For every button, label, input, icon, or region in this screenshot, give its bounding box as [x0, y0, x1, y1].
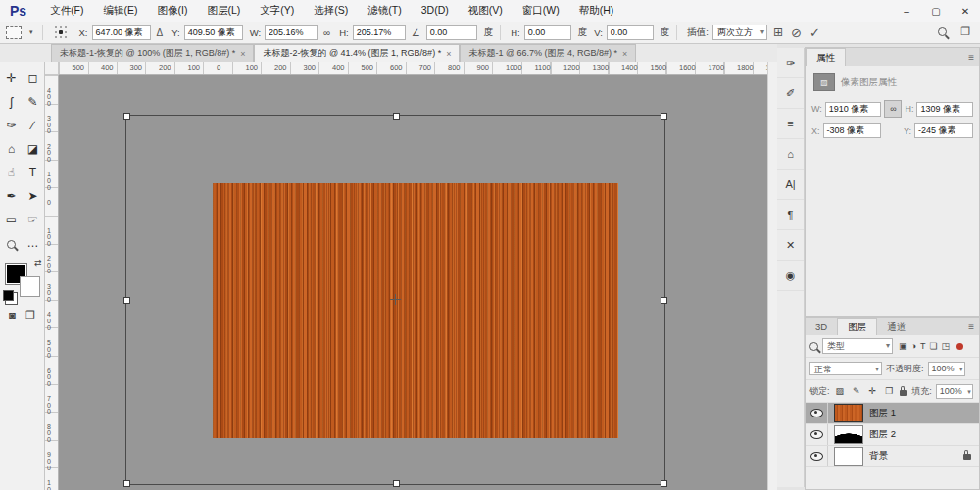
background-color-swatch[interactable]: [20, 276, 40, 297]
minimize-button[interactable]: –: [892, 0, 921, 22]
y-position-field[interactable]: 409.50 像素: [184, 25, 243, 40]
filter-shape-layers-icon[interactable]: ❏: [927, 341, 939, 351]
dodge-tool[interactable]: ☝: [1, 162, 23, 185]
layer-visibility-toggle[interactable]: [806, 403, 828, 423]
eyedropper-tool[interactable]: ✑: [1, 115, 23, 138]
ruler-corner[interactable]: [45, 62, 59, 75]
menubar-item[interactable]: 视图(V): [459, 4, 513, 18]
tab-3D[interactable]: 3D: [806, 318, 837, 335]
tab-图层[interactable]: 图层: [837, 318, 877, 335]
zoom-tool[interactable]: [1, 232, 23, 256]
filter-adjustment-layers-icon[interactable]: ◑: [909, 341, 918, 351]
cancel-transform-icon[interactable]: ⊘: [789, 25, 804, 40]
layer-thumbnail[interactable]: [834, 425, 863, 444]
default-colors-icon[interactable]: [3, 290, 14, 301]
transform-center-point[interactable]: [390, 294, 401, 305]
menubar-item[interactable]: 图层(L): [197, 4, 250, 18]
tab-close-icon[interactable]: ×: [622, 49, 627, 59]
filter-pixel-layers-icon[interactable]: ▣: [897, 341, 909, 351]
menubar-item[interactable]: 图像(I): [148, 4, 198, 18]
transform-handle[interactable]: [661, 297, 667, 304]
h-skew-field[interactable]: 0.00: [524, 25, 571, 40]
libraries-panel-icon[interactable]: ⌂: [777, 139, 804, 170]
menubar-item[interactable]: 滤镜(T): [358, 4, 411, 18]
brushes-panel-icon[interactable]: ✐: [777, 78, 804, 109]
menubar-item[interactable]: 文字(Y): [250, 4, 304, 18]
quick-mask-button[interactable]: ◙: [9, 309, 16, 321]
prop-height-field[interactable]: 1309 像素: [916, 102, 973, 117]
layer-row[interactable]: 图层 2: [806, 424, 979, 446]
vertical-ruler[interactable]: 4 0 03 0 02 0 01 0 001 0 02 0 03 0 04 0 …: [45, 75, 59, 490]
lock-artboard-icon[interactable]: ❐: [883, 386, 895, 396]
document-tab[interactable]: 未标题-1 @ 66.7% (图层 4, RGB/8#) *×: [460, 44, 636, 62]
workspace-switcher-icon[interactable]: ❐: [960, 25, 970, 38]
type-tool[interactable]: T: [23, 162, 44, 185]
tab-properties[interactable]: 属性: [806, 48, 846, 66]
creative-cloud-icon[interactable]: ◉: [777, 261, 804, 291]
quick-selection-tool[interactable]: ✎: [23, 91, 44, 115]
menubar-item[interactable]: 选择(S): [304, 4, 358, 18]
transform-handle[interactable]: [123, 297, 130, 304]
prop-x-field[interactable]: -308 像素: [823, 123, 882, 138]
properties-menu-icon[interactable]: ≡: [968, 52, 974, 63]
warp-mode-switch-icon[interactable]: ⊞: [771, 25, 785, 39]
lasso-tool[interactable]: ʃ: [1, 91, 23, 115]
document-canvas[interactable]: [59, 75, 767, 490]
menubar-item[interactable]: 帮助(H): [569, 4, 624, 18]
move-tool[interactable]: ✛: [1, 68, 23, 91]
relative-position-icon[interactable]: Δ: [155, 27, 166, 38]
tab-close-icon[interactable]: ×: [446, 49, 451, 59]
layer-thumbnail[interactable]: [834, 404, 863, 422]
blend-mode-dropdown[interactable]: 正常: [809, 362, 882, 375]
prop-width-field[interactable]: 1910 像素: [825, 102, 882, 117]
edit-toolbar-button[interactable]: …: [23, 232, 44, 256]
transform-handle[interactable]: [393, 480, 400, 487]
layer-visibility-toggle[interactable]: [806, 424, 828, 445]
transform-handle[interactable]: [661, 480, 667, 487]
layer-thumbnail[interactable]: [834, 447, 863, 466]
layers-menu-icon[interactable]: ≡: [968, 321, 974, 332]
filter-smart-objects-icon[interactable]: ◳: [940, 341, 953, 351]
horizontal-ruler[interactable]: 5004003002001000100200300400500600700800…: [59, 62, 767, 75]
swap-colors-icon[interactable]: ⇄: [34, 258, 42, 268]
reference-point-locator[interactable]: [54, 25, 69, 40]
rectangle-tool[interactable]: ▭: [1, 209, 23, 232]
tab-通道[interactable]: 通道: [877, 318, 915, 335]
width-field[interactable]: 205.16%: [265, 25, 318, 40]
layer-row[interactable]: 图层 1: [806, 403, 979, 424]
layer-visibility-toggle[interactable]: [806, 446, 828, 466]
x-position-field[interactable]: 647.00 像素: [92, 25, 151, 40]
transform-bounding-box[interactable]: [125, 115, 665, 485]
menubar-item[interactable]: 文件(F): [40, 4, 93, 18]
preset-dropdown-arrow-icon[interactable]: ▾: [27, 28, 35, 36]
menubar-item[interactable]: 编辑(E): [94, 4, 148, 18]
eraser-tool[interactable]: ◪: [23, 138, 44, 162]
transform-handle[interactable]: [123, 480, 130, 487]
rotation-field[interactable]: 0.00: [426, 25, 477, 40]
lock-position-icon[interactable]: ✛: [867, 386, 879, 396]
brush-tool[interactable]: ∕: [23, 115, 44, 138]
search-icon[interactable]: [938, 27, 947, 36]
menubar-item[interactable]: 窗口(W): [513, 4, 569, 18]
layer-filter-type-dropdown[interactable]: 类型: [822, 338, 893, 354]
brush-settings-panel-icon[interactable]: ✑: [777, 48, 804, 78]
layer-row[interactable]: 背景: [806, 446, 979, 467]
interpolation-dropdown[interactable]: 两次立方: [712, 24, 767, 40]
height-field[interactable]: 205.17%: [353, 25, 406, 40]
close-button[interactable]: ✕: [951, 0, 980, 22]
lock-all-icon[interactable]: [900, 390, 907, 396]
hand-tool[interactable]: ☞: [23, 209, 44, 232]
clone-stamp-tool[interactable]: ⌂: [1, 138, 23, 162]
layer-filter-toggle[interactable]: [956, 343, 963, 350]
canvas-vertical-scrollbar[interactable]: [767, 62, 777, 490]
lock-image-icon[interactable]: ✎: [851, 386, 862, 396]
transform-handle[interactable]: [393, 113, 400, 120]
menubar-item[interactable]: 3D(D): [412, 4, 459, 18]
lock-transparency-icon[interactable]: ▨: [834, 386, 847, 396]
v-skew-field[interactable]: 0.00: [607, 25, 654, 40]
transform-handle[interactable]: [123, 113, 130, 120]
commit-transform-icon[interactable]: ✓: [808, 25, 822, 40]
path-selection-tool[interactable]: ➤: [23, 185, 44, 209]
transform-handle[interactable]: [661, 113, 667, 120]
maintain-aspect-ratio-icon[interactable]: ∞: [321, 27, 332, 38]
